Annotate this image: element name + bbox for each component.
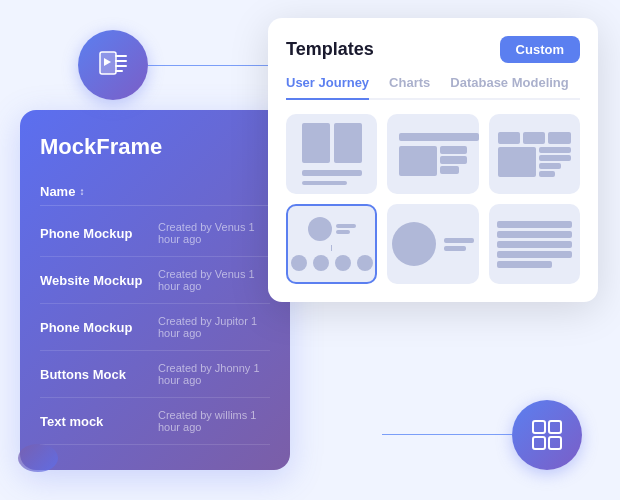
list-item[interactable]: Buttons Mock Created by Jhonny 1 hour ag… [40,351,270,398]
item-meta-1: Created by Venus 1 hour ago [158,221,270,245]
tab-charts[interactable]: Charts [389,75,430,100]
list-header: Name ↕ [40,178,270,206]
mockframe-panel: MockFrame Name ↕ Phone Mockup Created by… [20,110,290,470]
list-item[interactable]: Website Mockup Created by Venus 1 hour a… [40,257,270,304]
bottom-icon-circle [512,400,582,470]
org-chart-wireframe [286,211,377,277]
list-item[interactable]: Text mock Created by willims 1 hour ago [40,398,270,445]
template-card-6[interactable] [489,204,580,284]
popup-header: Templates Custom [286,36,580,63]
templates-popup: Templates Custom User Journey Charts Dat… [268,18,598,302]
item-meta-5: Created by willims 1 hour ago [158,409,270,433]
item-meta-3: Created by Jupitor 1 hour ago [158,315,270,339]
desktop-wireframe [393,127,473,182]
item-name-1: Phone Mockup [40,226,150,241]
template-card-2[interactable] [387,114,478,194]
template-card-4[interactable] [286,204,377,284]
template-card-1[interactable] [286,114,377,194]
connector-line-bottom [382,434,512,435]
decorative-blob [18,444,58,472]
tab-database-modeling[interactable]: Database Modeling [450,75,568,100]
template-card-5[interactable] [387,204,478,284]
popup-tabs: User Journey Charts Database Modeling [286,75,580,100]
connector-line-top [148,65,288,66]
list-header-name: Name [40,184,75,199]
play-list-icon [96,48,130,82]
lines-wireframe [491,215,578,274]
item-name-2: Website Mockup [40,273,150,288]
circle-mockup-wireframe [387,214,478,274]
panel-title: MockFrame [40,134,270,160]
mobile-wireframe [296,117,368,191]
item-name-4: Buttons Mock [40,367,150,382]
popup-title: Templates [286,39,374,60]
svg-rect-9 [549,437,561,449]
top-icon-circle [78,30,148,100]
svg-rect-6 [533,421,545,433]
dashboard-wireframe [492,126,577,183]
custom-button[interactable]: Custom [500,36,580,63]
list-item[interactable]: Phone Mockup Created by Venus 1 hour ago [40,210,270,257]
item-meta-2: Created by Venus 1 hour ago [158,268,270,292]
sort-icon[interactable]: ↕ [79,186,84,197]
item-meta-4: Created by Jhonny 1 hour ago [158,362,270,386]
svg-rect-7 [549,421,561,433]
list-item[interactable]: Phone Mockup Created by Jupitor 1 hour a… [40,304,270,351]
item-name-3: Phone Mockup [40,320,150,335]
grid-layout-icon [530,418,564,452]
tab-user-journey[interactable]: User Journey [286,75,369,100]
svg-rect-8 [533,437,545,449]
template-card-3[interactable] [489,114,580,194]
templates-grid [286,114,580,284]
item-name-5: Text mock [40,414,150,429]
